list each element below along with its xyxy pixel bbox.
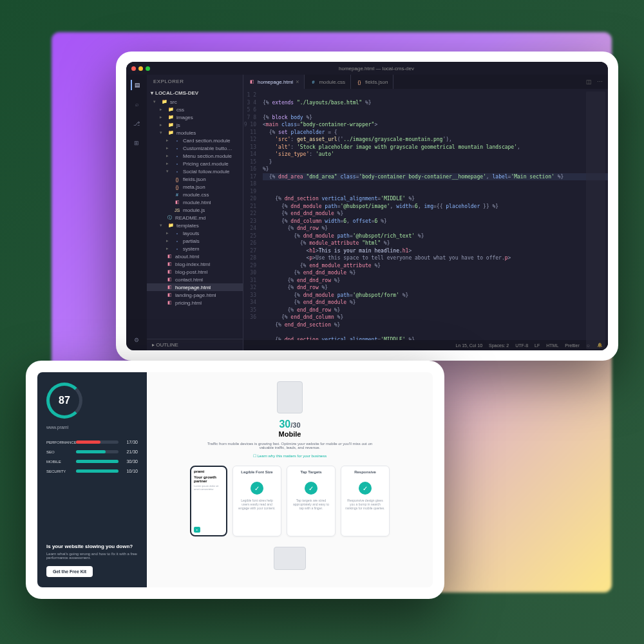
language-mode[interactable]: HTML: [546, 343, 558, 348]
check-icon: ✓: [305, 482, 317, 495]
section-description: Traffic from mobile devices is growing f…: [206, 442, 374, 450]
tree-file[interactable]: {}fields.json: [147, 175, 243, 183]
tree-folder-css[interactable]: ▸📁css: [147, 106, 243, 113]
cursor-position[interactable]: Ln 15, Col 10: [455, 343, 482, 348]
tree-file[interactable]: {}meta.json: [147, 183, 243, 191]
cta-subtitle: Learn what's going wrong and how to fix …: [46, 552, 138, 560]
tree-file[interactable]: ◧contact.html: [147, 276, 243, 283]
project-header[interactable]: ▾LOCAL-CMS-DEV: [147, 88, 243, 98]
grader-content: 30/30 Mobile Traffic from mobile devices…: [147, 372, 433, 587]
close-icon[interactable]: ×: [296, 79, 299, 85]
cta-title: Is your website slowing you down?: [46, 544, 138, 549]
score-bar[interactable]: PERFORMANCE17/30: [46, 440, 138, 444]
grader-tablet: 87 www.praml PERFORMANCE17/30SEO21/30MOB…: [26, 361, 444, 599]
window-controls[interactable]: [131, 66, 150, 71]
device-icon: [277, 381, 303, 413]
eol-info[interactable]: LF: [535, 343, 540, 348]
tree-folder[interactable]: ▸▫Card section.module: [147, 137, 243, 144]
titlebar: homepage.html — local-cms-dev: [126, 62, 608, 75]
score-ring: 87: [46, 383, 82, 419]
tab-bar: ◧homepage.html× #module.css {}fields.jso…: [243, 75, 608, 89]
cta-button[interactable]: Get the Free Kit: [46, 566, 93, 577]
check-icon: ✓: [359, 482, 372, 495]
extensions-icon[interactable]: ⊞: [131, 138, 142, 148]
code-lines[interactable]: {% extends "./layouts/base.html" %} {% b…: [260, 89, 608, 340]
sidebar: EXPLORER ▾LOCAL-CMS-DEV ▾📁src ▸📁css ▸📁im…: [147, 75, 243, 350]
gear-icon[interactable]: ⚙: [131, 335, 142, 345]
tree-folder[interactable]: ▸▫Menu section.module: [147, 152, 243, 160]
tree-file[interactable]: JSmodule.js: [147, 206, 243, 214]
tree-file[interactable]: ◧blog-index.html: [147, 260, 243, 268]
tree-folder-social[interactable]: ▾▫Social follow.module: [147, 167, 243, 175]
split-editor-icon[interactable]: ◫: [586, 79, 592, 85]
tree-folder-images[interactable]: ▸📁images: [147, 113, 243, 121]
tree-folder-modules[interactable]: ▾📁modules: [147, 129, 243, 137]
project-name: LOCAL-CMS-DEV: [155, 90, 198, 96]
vscode-tablet: homepage.html — local-cms-dev ▤ ⌕ ⎇ ⊞ ⚙ …: [116, 52, 618, 361]
line-numbers: 1 2 3 4 5 6 7 8 9 10 11 12 13 14 15 16 1…: [243, 89, 260, 340]
grader-cards: prami Your growth partner Lorem ipsum do…: [156, 466, 424, 536]
learn-more-link[interactable]: ☐ Learn why this matters for your busine…: [156, 453, 424, 458]
tree-file[interactable]: ◧landing-page.html: [147, 291, 243, 299]
check-card: Responsive✓Responsive design gives you a…: [341, 466, 390, 536]
indent-info[interactable]: Spaces: 2: [489, 343, 509, 348]
tree-file[interactable]: ◧pricing.html: [147, 299, 243, 307]
tree-file-homepage[interactable]: ◧homepage.html: [147, 283, 243, 291]
tree-folder[interactable]: ▸▫Customizable butto…: [147, 144, 243, 152]
explorer-icon[interactable]: ▤: [131, 80, 141, 90]
tree-folder[interactable]: ▸▫layouts: [147, 229, 243, 237]
minimap[interactable]: [586, 91, 605, 349]
tree-folder[interactable]: ▸▫system: [147, 245, 243, 252]
tab-module-css[interactable]: #module.css: [305, 75, 350, 89]
tree-file[interactable]: ◧about.html: [147, 252, 243, 260]
code-area[interactable]: 1 2 3 4 5 6 7 8 9 10 11 12 13 14 15 16 1…: [243, 89, 608, 340]
source-control-icon[interactable]: ⎇: [131, 118, 142, 129]
tab-fields-json[interactable]: {}fields.json: [351, 75, 394, 89]
score-url: www.praml: [46, 425, 138, 430]
laptop-icon: [274, 547, 306, 570]
status-bar: Ln 15, Col 10 Spaces: 2 UTF-8 LF HTML Pr…: [243, 340, 608, 350]
score-bar[interactable]: SECURITY10/10: [46, 469, 138, 473]
tree-file[interactable]: #module.css: [147, 191, 243, 198]
file-tree: ▾📁src ▸📁css ▸📁images ▸📁js ▾📁modules ▸▫Ca…: [147, 98, 243, 339]
check-card: Tap Targets✓Tap targets are sized approp…: [287, 466, 336, 536]
grader-sidebar: 87 www.praml PERFORMANCE17/30SEO21/30MOB…: [37, 372, 147, 587]
tree-folder-templates[interactable]: ▾📁templates: [147, 222, 243, 229]
tree-folder[interactable]: ▸▫partials: [147, 237, 243, 245]
vscode-window: homepage.html — local-cms-dev ▤ ⌕ ⎇ ⊞ ⚙ …: [126, 62, 608, 350]
score-bar[interactable]: SEO21/30: [46, 450, 138, 454]
minimize-icon[interactable]: [138, 66, 143, 71]
search-icon[interactable]: ⌕: [131, 99, 142, 109]
section-score: 30/30: [156, 419, 424, 430]
check-card: Legible Font Size✓Legible font sizes hel…: [232, 466, 281, 536]
tree-file-readme[interactable]: ⓘREADME.md: [147, 214, 243, 222]
window-title: homepage.html — local-cms-dev: [150, 66, 603, 71]
editor: ◧homepage.html× #module.css {}fields.jso…: [243, 75, 608, 350]
maximize-icon[interactable]: [146, 66, 150, 71]
tree-file[interactable]: ◧module.html: [147, 198, 243, 206]
tree-folder-src[interactable]: ▾📁src: [147, 98, 243, 106]
tree-folder-js[interactable]: ▸📁js: [147, 121, 243, 129]
tree-file[interactable]: ◧blog-post.html: [147, 268, 243, 276]
outline-section[interactable]: ▸ OUTLINE: [147, 339, 243, 350]
activity-bar: ▤ ⌕ ⎇ ⊞ ⚙: [126, 75, 147, 350]
score-bar[interactable]: MOBILE30/30: [46, 459, 138, 464]
explorer-header: EXPLORER: [147, 75, 243, 88]
phone-preview: prami Your growth partner Lorem ipsum do…: [190, 466, 227, 536]
tree-folder[interactable]: ▸▫Pricing card.module: [147, 160, 243, 167]
encoding-info[interactable]: UTF-8: [515, 343, 528, 348]
check-icon: ✓: [251, 482, 263, 495]
phone-cta: ▸: [194, 527, 200, 533]
section-label: Mobile: [156, 430, 424, 438]
close-icon[interactable]: [131, 66, 136, 71]
more-icon[interactable]: ⋯: [597, 79, 603, 85]
formatter-info[interactable]: Prettier: [565, 343, 580, 348]
tab-homepage[interactable]: ◧homepage.html×: [243, 75, 305, 89]
grader-app: 87 www.praml PERFORMANCE17/30SEO21/30MOB…: [37, 372, 433, 587]
